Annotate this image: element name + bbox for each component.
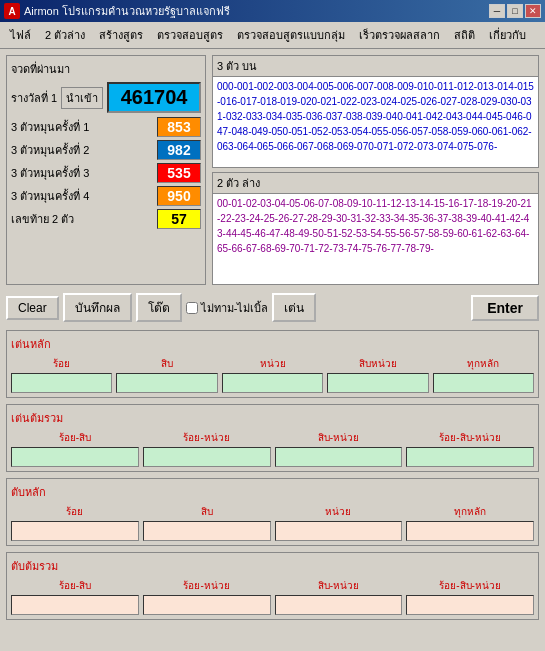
import-button[interactable]: นำเข้า: [61, 87, 103, 109]
two-digit-panel: 2 ตัว ล่าง 00-01-02-03-04-05-06-07-08-09…: [212, 172, 539, 285]
bet-col-2-0: ร้อย: [11, 504, 139, 541]
bet-input-3-1[interactable]: [143, 595, 271, 615]
bet-input-2-0[interactable]: [11, 521, 139, 541]
bet-input-0-2[interactable]: [222, 373, 323, 393]
solo-button[interactable]: เต่น: [272, 293, 316, 322]
menu-item-2 ตัวล่าง[interactable]: 2 ตัวล่าง: [39, 24, 91, 46]
bet-input-1-1[interactable]: [143, 447, 271, 467]
enter-button[interactable]: Enter: [471, 295, 539, 321]
no-repeat-label: ไม่ทาม-ไม่เบิ้ล: [201, 299, 269, 317]
round-label: รางวัลที่ 1: [11, 89, 57, 107]
menu-item-สร้างสูตร[interactable]: สร้างสูตร: [93, 24, 149, 46]
bet-input-3-3[interactable]: [406, 595, 534, 615]
bet-col-0-4: ทุกหลัก: [433, 356, 534, 393]
bet-input-2-1[interactable]: [143, 521, 271, 541]
menu-item-เร็วตรวจผลสลาก[interactable]: เร็วตรวจผลสลาก: [353, 24, 446, 46]
bet-col-1-3: ร้อย-สิบ-หน่วย: [406, 430, 534, 467]
stat-row-1: 3 ตัวหมุนครั้งที่ 2982: [11, 140, 201, 160]
menu-item-ตรวจสอบสูตร[interactable]: ตรวจสอบสูตร: [151, 24, 229, 46]
menu-bar: ไฟล์2 ตัวล่างสร้างสูตรตรวจสอบสูตรตรวจสอบ…: [0, 22, 545, 49]
bet-input-1-2[interactable]: [275, 447, 403, 467]
bet-col-label-1-2: สิบ-หน่วย: [275, 430, 403, 445]
bet-col-label-0-1: สิบ: [116, 356, 217, 371]
bet-col-0-1: สิบ: [116, 356, 217, 393]
save-button[interactable]: บันทึกผล: [63, 293, 132, 322]
bet-col-0-3: สิบหน่วย: [327, 356, 428, 393]
title-bar-buttons: ─ □ ✕: [489, 4, 541, 18]
bet-section-0: เต่นหลักร้อยสิบหน่วยสิบหน่วยทุกหลัก: [6, 330, 539, 398]
bet-input-3-2[interactable]: [275, 595, 403, 615]
bet-col-label-3-3: ร้อย-สิบ-หน่วย: [406, 578, 534, 593]
checkbox-group: ไม่ทาม-ไม่เบิ้ล: [186, 299, 269, 317]
three-digit-title: 3 ตัว บน: [213, 56, 538, 77]
two-digit-title: 2 ตัว ล่าง: [213, 173, 538, 194]
title-bar: A Airmon โปรแกรมคำนวณหวยรัฐบาลแจกฟรี ─ □…: [0, 0, 545, 22]
bet-col-1-0: ร้อย-สิบ: [11, 430, 139, 467]
minimize-button[interactable]: ─: [489, 4, 505, 18]
rotate-button[interactable]: โต๊ต: [136, 293, 182, 322]
stats-container: 3 ตัวหมุนครั้งที่ 18533 ตัวหมุนครั้งที่ …: [11, 117, 201, 229]
bet-col-label-2-3: ทุกหลัก: [406, 504, 534, 519]
bet-input-2-2[interactable]: [275, 521, 403, 541]
stat-row-4: เลขท้าย 2 ตัว57: [11, 209, 201, 229]
bet-col-label-2-0: ร้อย: [11, 504, 139, 519]
bet-input-1-0[interactable]: [11, 447, 139, 467]
bet-section-3: ตับต้มรวมร้อย-สิบร้อย-หน่วยสิบ-หน่วยร้อย…: [6, 552, 539, 620]
menu-item-เกี่ยวกับ[interactable]: เกี่ยวกับ: [483, 24, 532, 46]
bet-row-2: ร้อยสิบหน่วยทุกหลัก: [11, 504, 534, 541]
bet-col-3-0: ร้อย-สิบ: [11, 578, 139, 615]
clear-button[interactable]: Clear: [6, 296, 59, 320]
no-repeat-checkbox[interactable]: [186, 302, 198, 314]
bet-row-1: ร้อย-สิบร้อย-หน่วยสิบ-หน่วยร้อย-สิบ-หน่ว…: [11, 430, 534, 467]
bet-col-0-2: หน่วย: [222, 356, 323, 393]
button-row: Clear บันทึกผล โต๊ต ไม่ทาม-ไม่เบิ้ล เต่น…: [6, 291, 539, 324]
bet-section-2: ตับหลักร้อยสิบหน่วยทุกหลัก: [6, 478, 539, 546]
stat-value-4: 57: [157, 209, 201, 229]
bet-col-2-2: หน่วย: [275, 504, 403, 541]
bet-col-3-2: สิบ-หน่วย: [275, 578, 403, 615]
bet-input-0-0[interactable]: [11, 373, 112, 393]
bet-col-label-3-2: สิบ-หน่วย: [275, 578, 403, 593]
top-section: จวดที่ผ่านมา รางวัลที่ 1 นำเข้า 461704 3…: [6, 55, 539, 285]
panel-title: จวดที่ผ่านมา: [11, 60, 201, 78]
stat-row-3: 3 ตัวหมุนครั้งที่ 4950: [11, 186, 201, 206]
three-digit-list[interactable]: 000-001-002-003-004-005-006-007-008-009-…: [213, 77, 538, 167]
menu-item-ตรวจสอบสูตรแบบกลุ่ม[interactable]: ตรวจสอบสูตรแบบกลุ่ม: [231, 24, 351, 46]
stat-value-1: 982: [157, 140, 201, 160]
bet-row-0: ร้อยสิบหน่วยสิบหน่วยทุกหลัก: [11, 356, 534, 393]
bet-section-title-1: เต่นต้มรวม: [11, 409, 534, 427]
stat-value-0: 853: [157, 117, 201, 137]
stat-label-3: 3 ตัวหมุนครั้งที่ 4: [11, 187, 153, 205]
menu-item-ไฟล์[interactable]: ไฟล์: [4, 24, 37, 46]
bet-section-title-0: เต่นหลัก: [11, 335, 534, 353]
bet-section-1: เต่นต้มรวมร้อย-สิบร้อย-หน่วยสิบ-หน่วยร้อ…: [6, 404, 539, 472]
close-button[interactable]: ✕: [525, 4, 541, 18]
bet-col-label-0-2: หน่วย: [222, 356, 323, 371]
bet-col-label-2-1: สิบ: [143, 504, 271, 519]
stat-value-3: 950: [157, 186, 201, 206]
two-digit-list[interactable]: 00-01-02-03-04-05-06-07-08-09-10-11-12-1…: [213, 194, 538, 284]
bet-input-0-4[interactable]: [433, 373, 534, 393]
bet-col-label-1-0: ร้อย-สิบ: [11, 430, 139, 445]
bet-section-title-2: ตับหลัก: [11, 483, 534, 501]
main-content: จวดที่ผ่านมา รางวัลที่ 1 นำเข้า 461704 3…: [0, 49, 545, 632]
bet-col-1-1: ร้อย-หน่วย: [143, 430, 271, 467]
bet-input-1-3[interactable]: [406, 447, 534, 467]
bet-col-0-0: ร้อย: [11, 356, 112, 393]
bet-col-label-1-3: ร้อย-สิบ-หน่วย: [406, 430, 534, 445]
bet-col-label-2-2: หน่วย: [275, 504, 403, 519]
bet-input-2-3[interactable]: [406, 521, 534, 541]
bet-input-3-0[interactable]: [11, 595, 139, 615]
bet-col-3-3: ร้อย-สิบ-หน่วย: [406, 578, 534, 615]
bet-col-label-3-0: ร้อย-สิบ: [11, 578, 139, 593]
stat-label-4: เลขท้าย 2 ตัว: [11, 210, 153, 228]
bet-col-label-1-1: ร้อย-หน่วย: [143, 430, 271, 445]
bet-input-0-3[interactable]: [327, 373, 428, 393]
bet-input-0-1[interactable]: [116, 373, 217, 393]
menu-item-สถิติ[interactable]: สถิติ: [448, 24, 481, 46]
bet-col-3-1: ร้อย-หน่วย: [143, 578, 271, 615]
maximize-button[interactable]: □: [507, 4, 523, 18]
stat-label-2: 3 ตัวหมุนครั้งที่ 3: [11, 164, 153, 182]
main-number: 461704: [107, 82, 201, 113]
stat-label-0: 3 ตัวหมุนครั้งที่ 1: [11, 118, 153, 136]
